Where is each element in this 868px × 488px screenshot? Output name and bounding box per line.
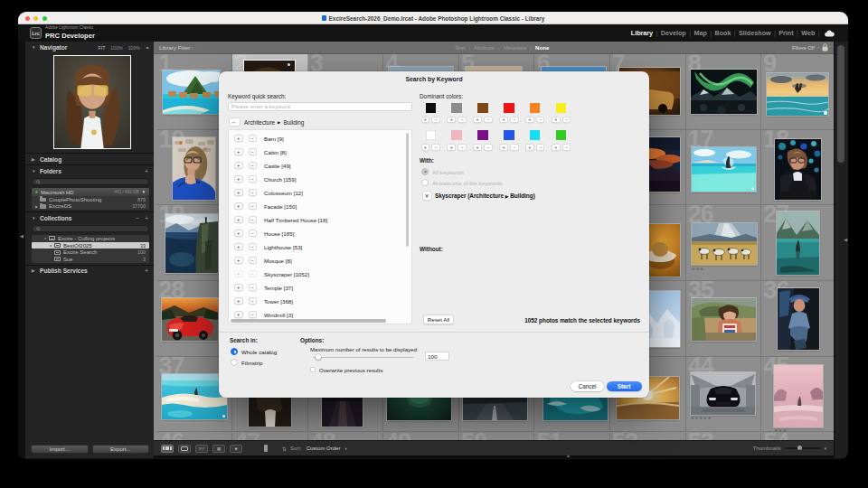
collection-row-excire-search[interactable]: Excire Search100: [32, 249, 149, 256]
add-publish-service-icon[interactable]: +: [145, 267, 148, 274]
color-swatch-gray[interactable]: [451, 103, 461, 113]
keyword-add-button[interactable]: +: [234, 216, 243, 223]
color-add-button-cyan[interactable]: +: [525, 144, 534, 151]
photo-thumbnail-pinkbeach[interactable]: [774, 365, 823, 427]
keyword-add-button[interactable]: +: [234, 162, 243, 169]
color-swatch-red[interactable]: [504, 103, 514, 113]
color-exclude-button-yellow[interactable]: −: [562, 117, 571, 124]
color-swatch-orange[interactable]: [530, 103, 540, 113]
grid-scrollbar-track[interactable]: ◀: [834, 42, 848, 458]
photo-thumbnail-carwoman[interactable]: [692, 298, 756, 341]
photo-thumbnail-lagoon[interactable]: [162, 374, 227, 419]
color-swatch-brown[interactable]: [477, 103, 487, 113]
add-folder-icon[interactable]: +: [145, 168, 148, 174]
breadcrumb-back-button[interactable]: ←: [229, 117, 241, 127]
compare-view-button[interactable]: XY: [195, 445, 208, 453]
color-exclude-button-gray[interactable]: −: [458, 117, 467, 124]
module-tab-web[interactable]: Web: [801, 29, 815, 37]
keyword-exclude-button[interactable]: −: [249, 175, 258, 183]
keyword-add-button[interactable]: +: [234, 270, 243, 277]
max-results-input[interactable]: [425, 352, 449, 361]
keyword-add-button[interactable]: +: [234, 135, 243, 142]
toolbar-chevron-icon[interactable]: ▾: [824, 446, 826, 451]
remove-keyword-chip-button[interactable]: ✕: [422, 191, 432, 201]
keyword-add-button[interactable]: +: [234, 148, 243, 155]
keyword-name[interactable]: Barn [9]: [264, 136, 284, 142]
keyword-add-button[interactable]: +: [234, 230, 243, 237]
start-button[interactable]: Start: [607, 381, 642, 392]
color-add-button-blue[interactable]: +: [499, 144, 508, 151]
photo-thumbnail-mountainlake[interactable]: [777, 211, 819, 275]
volume-row[interactable]: Macintosh HD 441 / 491 GB ▼: [32, 188, 149, 196]
photo-thumbnail-aurora[interactable]: [691, 70, 757, 114]
module-tab-slideshow[interactable]: Slideshow: [739, 29, 771, 37]
painter-tool-icon[interactable]: [264, 445, 268, 452]
thumbnail-size-slider-knob[interactable]: [797, 446, 802, 450]
color-swatch-green[interactable]: [556, 130, 566, 140]
keyword-add-button[interactable]: +: [234, 297, 243, 305]
module-tab-book[interactable]: Book: [714, 29, 731, 37]
color-add-button-pink[interactable]: +: [447, 144, 456, 151]
remove-collection-icon[interactable]: −: [136, 215, 139, 221]
color-exclude-button-white[interactable]: −: [431, 144, 440, 151]
keyword-exclude-button[interactable]: −: [249, 311, 258, 318]
whole-catalog-radio[interactable]: [231, 348, 238, 355]
loupe-view-button[interactable]: [178, 445, 191, 453]
grid-cell-51[interactable]: 51: [535, 433, 611, 441]
grid-cell-49[interactable]: 49: [383, 433, 459, 441]
keyword-exclude-button[interactable]: −: [249, 135, 258, 142]
keyword-add-button[interactable]: +: [234, 243, 243, 250]
filter-option-attribute[interactable]: Attribute: [474, 44, 495, 51]
collections-header[interactable]: ▼ Collections − +: [25, 211, 154, 223]
grid-cell-54[interactable]: 54: [761, 433, 834, 441]
color-exclude-button-red[interactable]: −: [510, 117, 519, 124]
keyword-name[interactable]: Lighthouse [53]: [264, 244, 302, 250]
keyword-name[interactable]: Colosseum [12]: [264, 190, 303, 196]
grid-cell-36[interactable]: 36: [761, 281, 834, 357]
grid-cell-26[interactable]: 26★★★: [686, 205, 762, 281]
grid-cell-45[interactable]: 45★★★: [761, 357, 834, 433]
keyword-exclude-button[interactable]: −: [249, 202, 258, 210]
color-exclude-button-black[interactable]: −: [431, 117, 440, 124]
grid-cell-35[interactable]: 35: [686, 281, 762, 357]
keyword-exclude-button[interactable]: −: [249, 230, 258, 237]
color-swatch-purple[interactable]: [477, 130, 487, 140]
grid-cell-50[interactable]: 50: [459, 433, 535, 441]
all-keywords-radio[interactable]: [421, 168, 429, 175]
module-tab-develop[interactable]: Develop: [661, 29, 686, 37]
collection-row-bestof2025[interactable]: ▸BestOf202533: [32, 242, 149, 249]
max-results-slider-knob[interactable]: [316, 354, 321, 360]
keyword-name[interactable]: Cabin [8]: [264, 149, 287, 155]
max-results-slider[interactable]: [313, 357, 414, 359]
photo-thumbnail-zebras[interactable]: [692, 223, 757, 265]
keyword-name[interactable]: Skyscraper [1052]: [264, 271, 309, 277]
photo-thumbnail-beachcouple[interactable]: [767, 73, 828, 116]
navigator-preview[interactable]: [53, 55, 131, 149]
keyword-exclude-button[interactable]: −: [249, 297, 258, 305]
catalog-header[interactable]: ▶ Catalog: [25, 153, 154, 164]
color-exclude-button-pink[interactable]: −: [458, 144, 467, 151]
keyword-name[interactable]: Church [159]: [264, 176, 296, 183]
keyword-name[interactable]: Half Timbered House [18]: [264, 217, 327, 223]
collections-search-input[interactable]: [32, 225, 149, 232]
filter-option-metadata[interactable]: Metadata: [504, 44, 527, 51]
module-tab-print[interactable]: Print: [778, 29, 793, 37]
breadcrumb-parent[interactable]: Architecture: [244, 119, 275, 126]
grid-cell-44[interactable]: 44★★★★★: [686, 357, 762, 433]
keyword-search-input[interactable]: [228, 102, 412, 111]
any-keyword-radio[interactable]: [421, 179, 429, 186]
keyword-name[interactable]: House [185]: [264, 230, 294, 237]
survey-view-button[interactable]: ▦: [212, 445, 225, 453]
zoom-100b-option[interactable]: 100%: [128, 45, 140, 51]
keyword-exclude-button[interactable]: −: [249, 189, 258, 196]
grid-cell-46[interactable]: 46: [157, 433, 233, 441]
color-add-button-red[interactable]: +: [499, 117, 508, 124]
color-exclude-button-brown[interactable]: −: [484, 117, 493, 124]
reset-all-button[interactable]: Reset All: [423, 314, 454, 324]
filmstrip-radio[interactable]: [231, 359, 238, 366]
collection-row-sue[interactable]: Sue3: [32, 256, 149, 263]
keyword-add-button[interactable]: +: [234, 202, 243, 210]
keyword-name[interactable]: Tower [368]: [264, 298, 293, 305]
photo-thumbnail-nightwoman[interactable]: [775, 139, 821, 200]
keyword-exclude-button[interactable]: −: [249, 284, 258, 291]
